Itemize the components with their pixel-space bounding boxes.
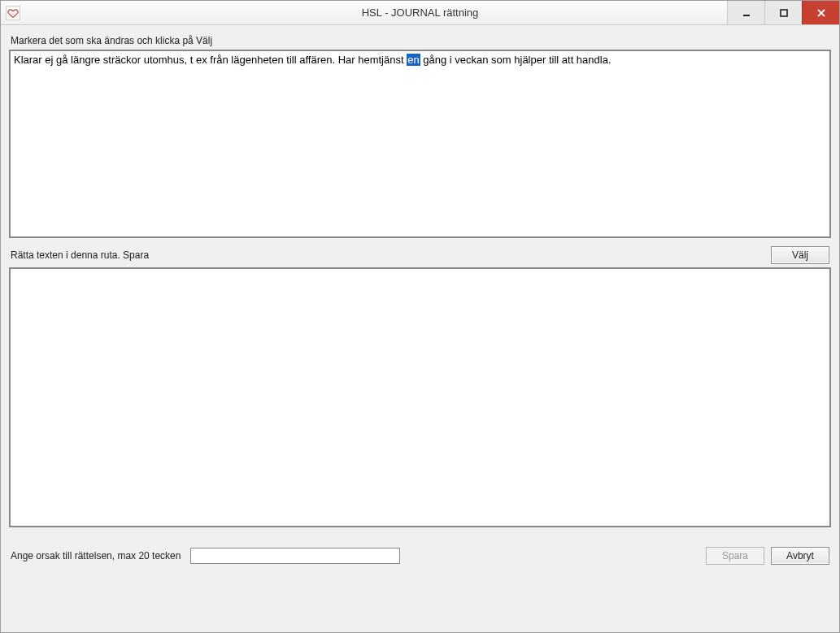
- source-text-before: Klarar ej gå längre sträckor utomhus, t …: [14, 54, 407, 66]
- select-button[interactable]: Välj: [771, 246, 829, 264]
- edit-text-box[interactable]: [9, 267, 831, 527]
- source-text-selection: en: [407, 54, 420, 66]
- source-text-box[interactable]: Klarar ej gå längre sträckor utomhus, t …: [9, 50, 831, 238]
- edit-section-label: Rätta texten i denna ruta. Spara: [11, 249, 149, 261]
- client-area: Markera det som ska ändras och klicka på…: [1, 25, 839, 632]
- app-window: HSL - JOURNAL rättning Markera det som s…: [0, 0, 840, 633]
- source-text-after: gång i veckan som hjälper till att handl…: [420, 54, 612, 66]
- reason-input[interactable]: [190, 548, 400, 564]
- window-controls: [727, 1, 839, 24]
- source-section-label: Markera det som ska ändras och klicka på…: [11, 35, 829, 46]
- close-button[interactable]: [802, 1, 839, 24]
- maximize-button[interactable]: [764, 1, 802, 24]
- save-button[interactable]: Spara: [706, 547, 764, 565]
- window-title: HSL - JOURNAL rättning: [1, 7, 839, 19]
- app-heart-icon: [6, 6, 20, 20]
- titlebar: HSL - JOURNAL rättning: [1, 1, 839, 25]
- reason-label: Ange orsak till rättelsen, max 20 tecken: [11, 550, 181, 561]
- minimize-button[interactable]: [727, 1, 764, 24]
- cancel-button[interactable]: Avbryt: [771, 547, 829, 565]
- svg-rect-1: [781, 10, 787, 16]
